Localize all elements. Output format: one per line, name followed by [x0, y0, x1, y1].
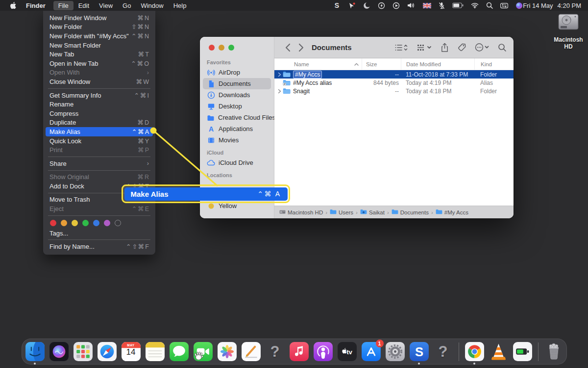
wifi-icon[interactable] [471, 2, 479, 8]
breadcrumb-users[interactable]: Users [330, 209, 353, 215]
column-date-modified[interactable]: Date Modified [401, 58, 474, 70]
dock-trash-icon[interactable] [544, 342, 564, 362]
breadcrumb-macintosh-hd[interactable]: Macintosh HD [279, 209, 323, 216]
menubar-menu-edit[interactable]: Edit [74, 1, 94, 10]
disclosure-chevron-icon[interactable] [276, 72, 283, 77]
dock-notes-icon[interactable] [145, 342, 165, 362]
desktop-macintosh-hd[interactable]: Macintosh HD [551, 13, 586, 51]
menubar-menu-go[interactable]: Go [118, 1, 136, 10]
view-sort-icon[interactable] [394, 43, 408, 52]
sidebar-item-downloads[interactable]: Downloads [203, 89, 271, 101]
volume-icon[interactable] [407, 2, 416, 9]
menu-item-rename[interactable]: Rename [43, 100, 155, 109]
minimize-button[interactable] [219, 45, 224, 51]
menubar-menu-window[interactable]: Window [136, 1, 168, 10]
menu-item-duplicate[interactable]: Duplicate⌘D [43, 118, 155, 128]
tag-color-dot[interactable] [104, 220, 110, 226]
tag-color-dot[interactable] [93, 220, 99, 226]
dock-safari-icon[interactable] [97, 342, 117, 362]
dock-pages-icon[interactable] [241, 342, 261, 362]
search-icon[interactable] [486, 2, 493, 9]
tag-color-dot[interactable] [50, 220, 56, 226]
share-icon[interactable] [441, 43, 449, 53]
menubar-menu-help[interactable]: Help [169, 1, 192, 10]
sidebar-item-creative-cloud-files[interactable]: Creative Cloud Files [203, 112, 271, 123]
dock-podcasts-icon[interactable] [313, 342, 333, 362]
dock-photos-icon[interactable] [217, 342, 237, 362]
menubar-menu-view[interactable]: View [94, 1, 118, 10]
sidebar-item-movies[interactable]: Movies [203, 134, 271, 146]
file-list-empty-area[interactable] [274, 95, 514, 206]
tag-color-dot[interactable] [61, 220, 67, 226]
dock-launchpad-icon[interactable] [73, 342, 93, 362]
control-center-icon[interactable] [500, 3, 508, 8]
disclosure-chevron-icon[interactable] [276, 89, 283, 94]
dock-missing-app-icon[interactable]: ? [433, 342, 453, 362]
sidebar-item-airdrop[interactable]: AirDrop [203, 67, 271, 78]
dock-missing-app-icon[interactable]: ? [265, 342, 285, 362]
menu-item-new-finder-window[interactable]: New Finder Window⌘N [43, 13, 155, 23]
menubar-menu-finder[interactable]: Finder [21, 1, 50, 10]
dock-battery-icon[interactable] [513, 342, 533, 362]
column-kind[interactable]: Kind [474, 58, 514, 70]
play-circle-icon[interactable] [392, 2, 400, 9]
dock-music-icon[interactable] [289, 342, 309, 362]
presenter-icon[interactable] [348, 2, 356, 9]
breadcrumb-saikat[interactable]: Saikat [360, 209, 385, 215]
menu-item-new-tab[interactable]: New Tab⌘T [43, 50, 155, 59]
dock-chrome-icon[interactable] [465, 342, 485, 362]
flash-icon[interactable] [378, 2, 385, 9]
tag-icon[interactable] [457, 43, 466, 52]
menu-item-share[interactable]: Share› [43, 159, 155, 168]
dock-app-store-icon[interactable]: 1 [361, 342, 381, 362]
forward-button[interactable] [294, 43, 308, 52]
sidebar-item-icloud-drive[interactable]: iCloud Drive [203, 157, 271, 168]
dock-finder-icon[interactable] [25, 342, 45, 362]
dock-tv-icon[interactable]: tv [337, 342, 357, 362]
close-button[interactable] [209, 45, 215, 51]
moon-icon[interactable] [363, 2, 370, 9]
tag-color-dot[interactable] [82, 220, 89, 226]
tag-color-dot[interactable] [115, 220, 121, 226]
sidebar-item-applications[interactable]: AApplications [203, 123, 271, 134]
dock-messages-icon[interactable] [169, 342, 189, 362]
dock-vlc-icon[interactable] [489, 342, 509, 362]
sidebar-item-documents[interactable]: Documents [203, 78, 271, 89]
battery-status-icon[interactable] [452, 2, 464, 8]
keyboard-flag-icon[interactable] [423, 3, 431, 8]
menu-item-find-by-name[interactable]: Find by Name...⌃⇧⌘F [43, 242, 155, 251]
dock-siri-icon[interactable] [49, 342, 69, 362]
file-row-my-accs-alias[interactable]: #My Accs alias844 bytesToday at 4:19 PMA… [274, 79, 514, 87]
breadcrumb-documents[interactable]: Documents [392, 209, 429, 215]
back-button[interactable] [281, 43, 294, 52]
menu-item-quick-look[interactable]: Quick Look⌘Y [43, 136, 155, 146]
file-row-my-accs[interactable]: #My Accs--11-Oct-2018 at 7:33 PMFolder [274, 70, 514, 79]
search-icon[interactable] [498, 43, 507, 52]
group-by-icon[interactable] [416, 43, 432, 52]
menu-item-compress[interactable]: Compress [43, 109, 155, 118]
file-row-snagit[interactable]: Snagit--Today at 4:18 PMFolder [274, 87, 514, 95]
menu-item-open-in-new-tab[interactable]: Open in New Tab⌃⌘O [43, 59, 155, 68]
dock-calendar-icon[interactable]: MAY14 [121, 342, 141, 362]
dock-snagit-icon[interactable]: S [409, 342, 429, 362]
zoom-button[interactable] [228, 45, 234, 51]
menu-item-close-window[interactable]: Close Window⌘W [43, 77, 155, 86]
sidebar-item-desktop[interactable]: Desktop [203, 101, 271, 112]
menu-item-new-folder-with-my-accs[interactable]: New Folder with "#My Accs"⌃⌘N [43, 31, 155, 41]
menu-item-new-smart-folder[interactable]: New Smart Folder [43, 41, 155, 50]
breadcrumb-my-accs[interactable]: #My Accs [436, 209, 468, 215]
column-name[interactable]: Name [274, 61, 362, 67]
dock-system-preferences-icon[interactable] [385, 342, 405, 362]
menu-item-new-folder[interactable]: New Folder⇧⌘N [43, 23, 155, 32]
menu-item-tags[interactable]: Tags... [43, 229, 155, 238]
siri-orb-icon[interactable] [515, 2, 523, 9]
tag-color-dot[interactable] [72, 220, 78, 226]
more-actions-icon[interactable] [475, 43, 490, 52]
apple-icon[interactable] [5, 2, 21, 9]
snagit-status-icon[interactable]: S [333, 2, 341, 9]
menubar-menu-file[interactable]: File [53, 1, 74, 10]
mic-muted-icon[interactable] [439, 2, 445, 9]
menu-item-get-summary-info[interactable]: Get Summary Info⌃⌘I [43, 91, 155, 100]
menu-item-make-alias[interactable]: Make Alias⌃⌘A [46, 127, 153, 136]
column-size[interactable]: Size [362, 58, 401, 70]
